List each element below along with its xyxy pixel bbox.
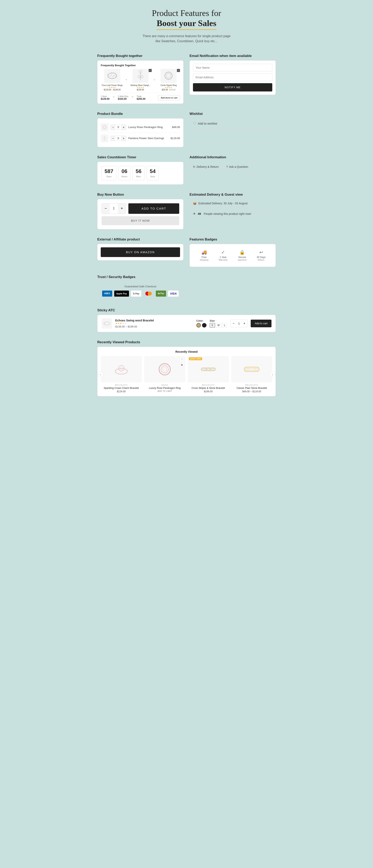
buy-on-amazon-button[interactable]: BUY ON AMAZON bbox=[101, 247, 180, 257]
fbt-product-2-img bbox=[132, 69, 149, 83]
wishlist-button[interactable]: ♡ Add to wishlist bbox=[189, 118, 276, 129]
size-s[interactable]: S bbox=[210, 323, 215, 328]
color-swatch-gold[interactable] bbox=[196, 323, 201, 328]
bundle-item-2-plus[interactable]: + bbox=[121, 136, 126, 141]
recently-product-2-name: Luxury Rose Pendragon Ring bbox=[144, 386, 186, 390]
svg-point-21 bbox=[163, 367, 167, 371]
bundle-item-1-qty[interactable]: − 0 + bbox=[111, 125, 126, 130]
fbt-product-2-name: Sterling Silver Dangl... bbox=[129, 84, 152, 86]
sticky-quantity-stepper[interactable]: − 1 + bbox=[230, 320, 247, 327]
scroll-right-button[interactable]: › bbox=[270, 372, 275, 377]
features-badges-section: Features Badges 🚚 Free Shipping ✓ 1 Year… bbox=[189, 238, 276, 267]
svg-point-19 bbox=[159, 364, 170, 375]
visa-badge: VISA bbox=[168, 290, 179, 297]
recently-viewed-products: ‹ BRACELETS Sparkling Crown Charm Bracel… bbox=[101, 356, 272, 393]
svg-point-1 bbox=[108, 73, 112, 76]
trust-badges-card: Guaranteed Safe Checkout AMEX Apple Pay … bbox=[97, 281, 184, 300]
recently-viewed-title: Recently Viewed bbox=[101, 350, 272, 353]
estimated-delivery-section: Estimated Delivery & Guest view 📦 Estima… bbox=[189, 193, 276, 229]
recently-product-2-atc[interactable]: ADD TO CART bbox=[144, 390, 186, 392]
wishlist-icon-2[interactable]: ♡ bbox=[180, 358, 184, 362]
bundle-item-2-minus[interactable]: − bbox=[111, 136, 116, 141]
fbt-plus-1: + bbox=[125, 78, 127, 82]
svg-rect-30 bbox=[245, 367, 247, 372]
viewing-text: People viewing this product right now! bbox=[204, 212, 251, 215]
product-bundle-section: Product Bundle − 0 + Luxury Rose Pendr bbox=[97, 112, 184, 147]
buy-now-card: − 1 + ADD TO CART BUY IT NOW bbox=[97, 199, 184, 229]
recently-viewed-section: Recently Viewed Products Recently Viewed… bbox=[97, 340, 276, 396]
bundle-item-1-plus[interactable]: + bbox=[121, 125, 126, 130]
secure-icon: 🔒 bbox=[233, 250, 252, 255]
svg-point-12 bbox=[103, 137, 104, 139]
bundle-item-1-minus[interactable]: − bbox=[111, 125, 116, 130]
fbt-add-items-button[interactable]: Add items to cart bbox=[158, 95, 180, 100]
trust-badges-label: Trust / Security Badges bbox=[97, 275, 184, 279]
recently-product-3-name: Cross Stripes & Stone Bracelet bbox=[188, 386, 229, 390]
estimated-delivery-label: Estimated Delivery & Guest view bbox=[189, 193, 276, 197]
affiliate-label: External / Affiliate product bbox=[97, 238, 184, 242]
wishlist-button-label: Add to wishlist bbox=[198, 122, 217, 125]
buy-it-now-button[interactable]: BUY IT NOW bbox=[101, 216, 179, 225]
countdown-section: Sales Countdown Timer 587 Days 06 Hours … bbox=[97, 155, 184, 185]
buy-now-label: Buy Now Button bbox=[97, 193, 184, 197]
buy-now-section: Buy Now Button − 1 + ADD TO CART BUY IT … bbox=[97, 193, 184, 229]
notify-me-button[interactable]: NOTIFY ME bbox=[193, 83, 272, 91]
viewing-info: 👁 49 People viewing this product right n… bbox=[189, 210, 276, 218]
zoom-icon-2[interactable]: ⊕ bbox=[180, 363, 184, 367]
bundle-item-1-thumb bbox=[101, 123, 108, 131]
email-input[interactable] bbox=[193, 73, 272, 81]
sticky-size-picker: Size: S M L bbox=[210, 319, 227, 328]
color-swatch-black[interactable] bbox=[202, 323, 207, 328]
refresh-icon: ↻ bbox=[193, 165, 195, 168]
color-swatches[interactable] bbox=[196, 323, 207, 328]
qty-increase-button[interactable]: + bbox=[118, 204, 126, 214]
trust-badges-section: Trust / Security Badges Guaranteed Safe … bbox=[97, 275, 184, 300]
additional-info-label: Additional Information bbox=[189, 155, 276, 159]
countdown-hours: 06 Hours bbox=[118, 166, 130, 180]
bundle-item-2-qty[interactable]: − 0 + bbox=[111, 136, 126, 141]
fbt-product-3-stars: ★★★★ bbox=[157, 86, 180, 89]
warranty-icon: ✓ bbox=[214, 250, 232, 255]
countdown-card: 587 Days 06 Hours 56 Mins 54 Secs bbox=[97, 162, 184, 185]
fbt-product-1: Four-Leaf Clover Rings ★★★★ $129.00 – $1… bbox=[101, 69, 124, 91]
features-badges-card: 🚚 Free Shipping ✓ 1 Year Warranty 🔒 Secu… bbox=[189, 244, 276, 267]
fbt-checkbox-2[interactable]: ✓ bbox=[149, 69, 152, 72]
scroll-left-button[interactable]: ‹ bbox=[98, 372, 103, 377]
svg-point-9 bbox=[103, 126, 106, 129]
sticky-add-to-cart-button[interactable]: Add to cart bbox=[251, 320, 272, 327]
sticky-qty-increase[interactable]: + bbox=[241, 322, 247, 325]
svg-point-7 bbox=[165, 72, 172, 79]
add-to-cart-button[interactable]: ADD TO CART bbox=[128, 203, 179, 214]
size-m[interactable]: M bbox=[216, 323, 221, 328]
name-input[interactable] bbox=[193, 64, 272, 71]
recently-product-4: BRACELETS Classic Plain Stone Bracelet $… bbox=[231, 356, 273, 393]
fbt-grand-total: Total $293.00 bbox=[137, 95, 145, 100]
fbt-product-1-img bbox=[104, 69, 120, 83]
email-notification-card: NOTIFY ME bbox=[189, 60, 276, 95]
fbt-product-2-price: $139.00 bbox=[129, 89, 152, 91]
recently-product-3-img: QUICK VIEW bbox=[188, 356, 229, 382]
estimated-delivery-card: 📦 Estimated Delivery: 30 July - 03 Augus… bbox=[189, 199, 276, 218]
quantity-stepper[interactable]: − 1 + bbox=[101, 203, 126, 214]
shipping-icon: 🚚 bbox=[194, 250, 214, 255]
return-icon: ↩ bbox=[252, 250, 271, 255]
additional-info-card: ↻ Delivery & Return | ? Ask a Question bbox=[189, 162, 276, 172]
fbt-checkbox-3[interactable]: ✓ bbox=[177, 69, 180, 72]
eye-icon: 👁 bbox=[193, 212, 196, 215]
sticky-atc-section: Sticky ATC Echoes Swing word Bracelet ★★… bbox=[97, 308, 276, 332]
size-swatches[interactable]: S M L bbox=[210, 323, 227, 328]
sticky-color-picker: Color: bbox=[196, 319, 207, 328]
delivery-return-button[interactable]: ↻ Delivery & Return bbox=[193, 165, 219, 169]
svg-point-20 bbox=[161, 366, 168, 373]
svg-rect-27 bbox=[244, 367, 259, 372]
bundle-item-1-name: Luxury Rose Pendragon Ring bbox=[128, 126, 170, 129]
sticky-product-thumb bbox=[101, 318, 112, 329]
sticky-qty-decrease[interactable]: − bbox=[230, 322, 236, 325]
bundle-item-2-name: Pandora Flower Stem Earrings bbox=[128, 137, 168, 140]
ask-question-button[interactable]: ? Ask a Question bbox=[226, 165, 248, 169]
fbt-product-2-stars: ★★★★ bbox=[129, 86, 152, 89]
qty-decrease-button[interactable]: − bbox=[102, 204, 110, 214]
svg-point-8 bbox=[166, 73, 171, 78]
size-l[interactable]: L bbox=[222, 323, 227, 328]
svg-point-13 bbox=[104, 137, 106, 139]
